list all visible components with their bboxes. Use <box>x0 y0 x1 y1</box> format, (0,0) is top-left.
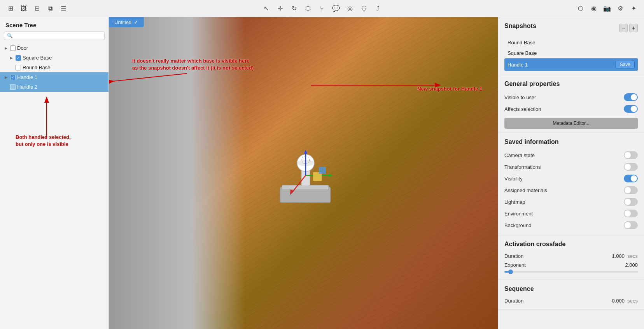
tree-label-handle-2: Handle 2 <box>17 84 105 90</box>
visibility-toggle[interactable] <box>624 175 638 182</box>
saved-information-title: Saved information <box>504 138 638 145</box>
background-toggle[interactable] <box>624 221 638 229</box>
visible-to-user-row: Visible to user <box>504 91 638 103</box>
background-label: Background <box>504 222 531 228</box>
assigned-materials-label: Assigned materials <box>504 187 547 193</box>
tree-item-round-base[interactable]: ▶ Round Base <box>0 63 108 72</box>
camera-state-toggle[interactable] <box>624 151 638 159</box>
share-icon[interactable]: ⤴ <box>372 3 384 14</box>
sequence-title: Sequence <box>504 285 638 292</box>
main-area: Scene Tree 🔍 ▶ Door ▶ ✓ Square Base ▶ <box>0 17 644 329</box>
activation-crossfade-section: Activation crossfade Duration 1.000 secs… <box>498 235 644 280</box>
expand-door-icon: ▶ <box>3 46 9 51</box>
expand-square-base-icon: ▶ <box>9 55 14 61</box>
tree-label-round-base: Round Base <box>23 65 105 70</box>
scene-tree-panel: Scene Tree 🔍 ▶ Door ▶ ✓ Square Base ▶ <box>0 17 109 329</box>
sequence-duration-value: 0.000 secs <box>612 298 638 304</box>
exponent-slider-thumb[interactable] <box>508 270 513 274</box>
duration-row: Duration 1.000 secs <box>504 252 638 261</box>
cube-icon[interactable]: ⬡ <box>575 3 586 14</box>
move-icon[interactable]: ✛ <box>274 3 286 14</box>
environment-row: Environment <box>504 208 638 219</box>
lightmap-row: Lightmap <box>504 196 638 208</box>
camera-icon[interactable]: 📷 <box>601 3 613 14</box>
snapshots-minimize-button[interactable]: − <box>619 24 628 32</box>
checkbox-handle-2[interactable] <box>10 84 16 90</box>
camera-state-label: Camera state <box>504 152 535 158</box>
toolbar-left-tools: ⊞ 🖼 ⊟ ⧉ ☰ <box>5 3 69 14</box>
snapshots-add-button[interactable]: + <box>629 24 638 32</box>
transformations-row: Transformations <box>504 161 638 173</box>
tree-label-door: Door <box>17 45 105 51</box>
svg-marker-13 <box>304 150 307 154</box>
exponent-row: Exponent 2.000 <box>504 261 638 270</box>
visible-to-user-toggle[interactable] <box>624 93 638 101</box>
visibility-row: Visibility <box>504 173 638 184</box>
scale-icon[interactable]: ⬡ <box>302 3 314 14</box>
sphere-icon[interactable]: ◉ <box>588 3 600 14</box>
lightmap-label: Lightmap <box>504 199 525 205</box>
person-icon[interactable]: ⚇ <box>358 3 370 14</box>
camera-state-row: Camera state <box>504 149 638 161</box>
tree-label-handle-1: Handle 1 <box>17 74 105 80</box>
rotate-icon[interactable]: ↻ <box>288 3 300 14</box>
snapshots-section: Snapshots − + Round Base Square Base Han… <box>498 17 644 75</box>
snapshot-item-handle-1[interactable]: Handle 1 Save <box>504 58 638 71</box>
toolbar: ⊞ 🖼 ⊟ ⧉ ☰ ↖ ✛ ↻ ⬡ ⑂ 💬 ◎ ⚇ ⤴ ⬡ ◉ 📷 ⚙ ✦ <box>0 0 644 17</box>
viewport-tab-icon: ✓ <box>134 19 138 25</box>
scene-tree-search-wrap: 🔍 <box>0 32 108 43</box>
checkbox-square-base[interactable]: ✓ <box>16 55 21 61</box>
settings-icon[interactable]: ⚙ <box>614 3 626 14</box>
viewport[interactable]: Untitled ✓ It doesn't really matter whic… <box>109 17 498 329</box>
tree-items-list: ▶ Door ▶ ✓ Square Base ▶ Round Base ▶ ✓ … <box>0 43 108 329</box>
lightmap-toggle[interactable] <box>624 198 638 206</box>
checkbox-round-base[interactable] <box>16 65 21 70</box>
visible-to-user-label: Visible to user <box>504 94 536 100</box>
exponent-label: Exponent <box>504 262 526 268</box>
checkbox-handle-1[interactable]: ✓ <box>10 75 16 80</box>
affects-selection-toggle[interactable] <box>624 105 638 113</box>
transformations-toggle[interactable] <box>624 163 638 171</box>
sparkle-icon[interactable]: ✦ <box>628 3 639 14</box>
comment-icon[interactable]: 💬 <box>330 3 342 14</box>
3d-object-svg <box>272 140 342 210</box>
table-icon[interactable]: ⊟ <box>31 3 43 14</box>
saved-information-section: Saved information Camera state Transform… <box>498 133 644 235</box>
search-input[interactable] <box>14 33 102 38</box>
exponent-value: 2.000 <box>625 262 638 268</box>
snapshots-title: Snapshots <box>504 23 536 30</box>
tree-item-square-base[interactable]: ▶ ✓ Square Base <box>0 53 108 63</box>
right-panel: Snapshots − + Round Base Square Base Han… <box>498 17 644 329</box>
menu-icon[interactable]: ☰ <box>58 3 69 14</box>
toolbar-right-tools: ⬡ ◉ 📷 ⚙ ✦ <box>575 3 639 14</box>
snapshot-active-label: Handle 1 <box>508 62 528 68</box>
tree-item-handle-2[interactable]: ▶ Handle 2 <box>0 82 108 92</box>
tree-item-handle-1[interactable]: ▶ ✓ Handle 1 <box>0 72 108 82</box>
sequence-duration-label: Duration <box>504 298 523 304</box>
checkbox-door[interactable] <box>10 46 16 51</box>
tree-item-door[interactable]: ▶ Door <box>0 43 108 53</box>
sequence-section: Sequence Duration 0.000 secs <box>498 280 644 310</box>
exponent-slider-track[interactable] <box>504 271 638 273</box>
grid-4-icon[interactable]: ⊞ <box>5 3 16 14</box>
target-icon[interactable]: ◎ <box>344 3 356 14</box>
general-properties-section: General properties Visible to user Affec… <box>498 75 644 133</box>
layers-icon[interactable]: ⧉ <box>44 3 56 14</box>
toolbar-center-tools: ↖ ✛ ↻ ⬡ ⑂ 💬 ◎ ⚇ ⤴ <box>72 3 572 14</box>
environment-toggle[interactable] <box>624 210 638 217</box>
metadata-editor-button[interactable]: Metadata Editor... <box>504 118 638 129</box>
expand-handle-1-icon: ▶ <box>3 75 9 80</box>
affects-selection-label: Affects selection <box>504 106 541 112</box>
snapshot-item-square-base[interactable]: Square Base <box>504 48 638 58</box>
environment-label: Environment <box>504 211 533 217</box>
assigned-materials-toggle[interactable] <box>624 186 638 194</box>
snapshot-item-round-base[interactable]: Round Base <box>504 37 638 48</box>
scene-tree-header: Scene Tree <box>0 17 108 32</box>
image-icon[interactable]: 🖼 <box>18 3 30 14</box>
cursor-icon[interactable]: ↖ <box>260 3 272 14</box>
tree-label-square-base: Square Base <box>23 55 105 61</box>
viewport-tab-title: Untitled <box>114 19 131 25</box>
bone-icon[interactable]: ⑂ <box>316 3 328 14</box>
snapshot-save-button[interactable]: Save <box>616 61 635 68</box>
duration-value: 1.000 secs <box>612 253 638 259</box>
